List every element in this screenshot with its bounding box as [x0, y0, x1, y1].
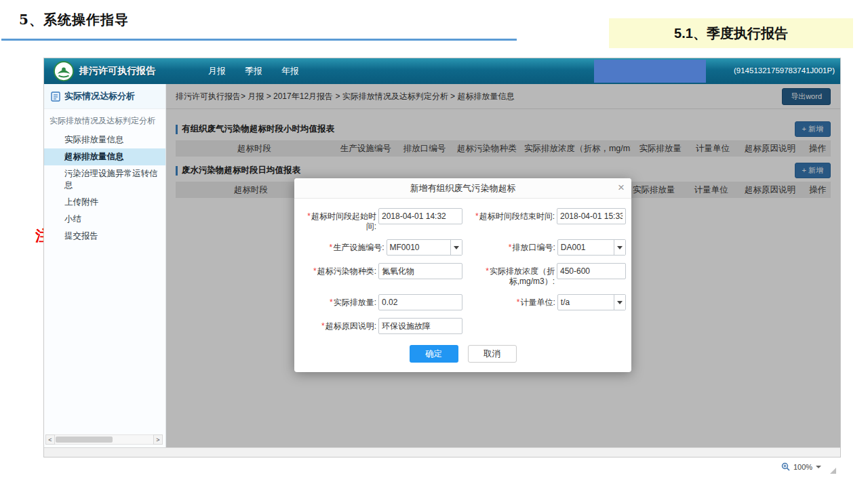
app-header: 排污许可执行报告 月报 季报 年报 (91451321759783741J001… [44, 58, 840, 84]
add-exceedance-modal: 新增有组织废气污染物超标 × *超标时间段起始时间: *超标时间段结束时间: [294, 178, 631, 372]
browser-zoom-control[interactable]: 100% [781, 462, 821, 471]
document-icon [51, 92, 60, 102]
field-label: *超标原因说明: [300, 318, 376, 331]
close-icon[interactable]: × [618, 180, 625, 195]
emission-amount-input[interactable] [378, 294, 462, 310]
unit-select[interactable]: t/a [557, 294, 626, 310]
concentration-input[interactable] [557, 263, 626, 279]
scrollbar-thumb[interactable] [56, 436, 113, 443]
magnifier-plus-icon [781, 462, 790, 471]
field-label: *实际排放浓度（折标,mg/m3）: [462, 263, 555, 287]
main-nav: 月报 季报 年报 [208, 65, 299, 77]
chevron-down-icon[interactable] [614, 295, 625, 310]
sidebar-section-label: 实际排放情况及达标判定分析 [44, 109, 165, 131]
app-body: 实际情况达标分析 实际排放情况及达标判定分析 实际排放量信息 超标排放量信息 污… [44, 84, 840, 447]
sidebar-root-label: 实际情况达标分析 [64, 90, 135, 102]
mee-logo-icon [54, 61, 74, 81]
section-badge: 5.1、季度执行报告 [609, 18, 853, 48]
org-credit-code: (91451321759783741J001P) [734, 66, 835, 75]
field-label: *超标时间段起始时间: [300, 208, 376, 232]
cancel-button[interactable]: 取消 [468, 345, 517, 363]
end-time-input[interactable] [557, 208, 626, 224]
field-label: *实际排放量: [300, 294, 376, 308]
sidebar-item-summary[interactable]: 小结 [44, 211, 165, 228]
field-label: *排放口编号: [462, 239, 555, 253]
field-label: *计量单位: [462, 294, 555, 308]
sidebar-root-item[interactable]: 实际情况达标分析 [44, 84, 165, 109]
app-window: 排污许可执行报告 月报 季报 年报 (91451321759783741J001… [43, 58, 841, 458]
scroll-left-icon[interactable]: < [45, 434, 55, 445]
sidebar-item-upload-attachment[interactable]: 上传附件 [44, 194, 165, 211]
sidebar-horizontal-scrollbar[interactable]: < > [45, 434, 163, 445]
scrollbar-track[interactable] [55, 434, 153, 445]
resize-grip-icon [830, 468, 836, 474]
zoom-level: 100% [793, 463, 812, 471]
page: 5、系统操作指导 5.1、季度执行报告 注 排污许可执行报告 月报 季报 年报 … [0, 0, 868, 488]
app-status-bar [44, 447, 840, 457]
app-title: 排污许可执行报告 [79, 65, 155, 77]
sidebar-item-submit-report[interactable]: 提交报告 [44, 228, 165, 245]
facility-code-select[interactable]: MF0010 [387, 239, 462, 256]
field-label: *生产设施编号: [300, 239, 384, 253]
sidebar-item-abnormal-operation[interactable]: 污染治理设施异常运转信息 [44, 165, 165, 194]
nav-annual-report[interactable]: 年报 [281, 65, 299, 77]
nav-quarterly-report[interactable]: 季报 [245, 65, 262, 77]
sidebar-item-exceedance[interactable]: 超标排放量信息 [44, 148, 165, 165]
caret-down-icon[interactable] [816, 466, 821, 468]
document-section-title: 5、系统操作指导 [19, 11, 129, 29]
scroll-right-icon[interactable]: > [153, 434, 163, 445]
start-time-input[interactable] [378, 208, 462, 224]
chevron-down-icon[interactable] [614, 240, 625, 255]
title-underline [1, 39, 517, 41]
nav-monthly-report[interactable]: 月报 [208, 65, 226, 77]
modal-title-bar: 新增有组织废气污染物超标 × [294, 178, 631, 199]
confirm-button[interactable]: 确定 [410, 345, 458, 363]
modal-buttons: 确定 取消 [300, 345, 626, 363]
field-label: *超标污染物种类: [300, 263, 376, 277]
modal-title: 新增有组织废气污染物超标 [410, 182, 516, 195]
sidebar-item-actual-emission[interactable]: 实际排放量信息 [44, 131, 165, 148]
sidebar: 实际情况达标分析 实际排放情况及达标判定分析 实际排放量信息 超标排放量信息 污… [44, 84, 166, 447]
reason-input[interactable] [378, 318, 462, 334]
field-label: *超标时间段结束时间: [462, 208, 555, 222]
content-area: 排污许可执行报告> 月报 > 2017年12月报告 > 实际排放情况及达标判定分… [166, 84, 840, 447]
redaction-box [594, 60, 706, 83]
chevron-down-icon[interactable] [450, 240, 462, 255]
pollutant-type-input[interactable] [378, 263, 462, 279]
outlet-code-select[interactable]: DA001 [557, 239, 626, 256]
modal-form: *超标时间段起始时间: *超标时间段结束时间: *生产设施编号: [294, 199, 631, 363]
